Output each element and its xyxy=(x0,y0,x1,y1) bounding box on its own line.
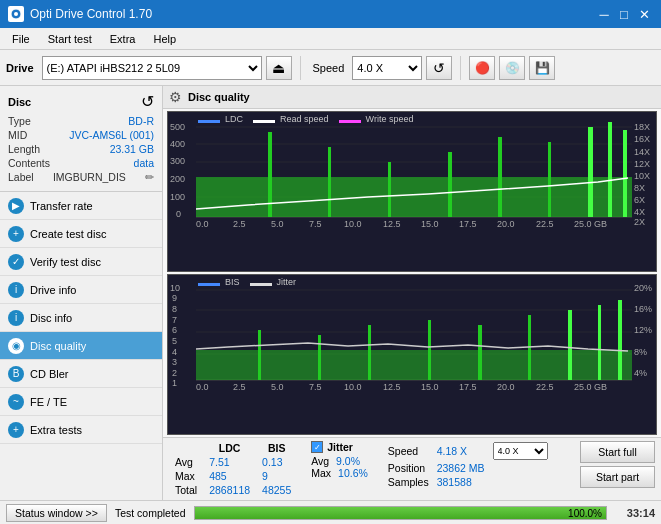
drive-label: Drive xyxy=(6,62,34,74)
drive-select[interactable]: (E:) ATAPI iHBS212 2 5L09 xyxy=(42,56,262,80)
disc-refresh-icon[interactable]: ↺ xyxy=(141,92,154,111)
read-speed-legend-label: Read speed xyxy=(280,114,329,124)
sidebar-item-verify-test-disc[interactable]: ✓ Verify test disc xyxy=(0,248,162,276)
jitter-legend-label: Jitter xyxy=(277,277,297,287)
disc-info-icon: i xyxy=(8,310,24,326)
svg-text:0.0: 0.0 xyxy=(196,382,209,392)
svg-rect-31 xyxy=(608,122,612,217)
menu-help[interactable]: Help xyxy=(145,31,184,47)
stats-avg-ldc: 7.51 xyxy=(203,455,256,469)
svg-text:4%: 4% xyxy=(634,368,647,378)
svg-text:8%: 8% xyxy=(634,347,647,357)
app-logo xyxy=(8,6,24,22)
speed-row: Speed 4.18 X 4.0 X xyxy=(384,441,552,461)
svg-rect-23 xyxy=(196,177,632,217)
write-speed-legend-label: Write speed xyxy=(366,114,414,124)
sidebar-item-disc-quality-label: Disc quality xyxy=(30,340,86,352)
sidebar-item-disc-info[interactable]: i Disc info xyxy=(0,304,162,332)
start-full-button[interactable]: Start full xyxy=(580,441,655,463)
stats-total-label: Total xyxy=(169,483,203,497)
disc-quality-title: Disc quality xyxy=(188,91,250,103)
jitter-max-row: Max 10.6% xyxy=(311,467,368,479)
disc-mid-value: JVC-AMS6L (001) xyxy=(69,129,154,141)
stats-max-ldc: 485 xyxy=(203,469,256,483)
sidebar-item-extra-tests-label: Extra tests xyxy=(30,424,82,436)
bottom-chart-svg: 10 9 8 7 6 5 4 3 2 1 20% 16% 12% 8% 4% xyxy=(168,275,656,434)
sidebar-item-cd-bler[interactable]: B CD Bler xyxy=(0,360,162,388)
disc-title: Disc xyxy=(8,96,31,108)
stats-max-row: Max 485 9 xyxy=(169,469,297,483)
svg-rect-64 xyxy=(196,350,632,380)
maximize-button[interactable]: □ xyxy=(615,5,633,23)
verify-test-disc-icon: ✓ xyxy=(8,254,24,270)
ldc-legend-color xyxy=(198,120,220,123)
time-display: 33:14 xyxy=(615,507,655,519)
top-chart: LDC Read speed Write speed 500 400 xyxy=(167,111,657,272)
close-button[interactable]: ✕ xyxy=(635,5,653,23)
svg-rect-27 xyxy=(448,152,452,217)
sidebar-item-fe-te[interactable]: ~ FE / TE xyxy=(0,388,162,416)
svg-text:7.5: 7.5 xyxy=(309,219,322,229)
samples-row: Samples 381588 xyxy=(384,475,552,489)
svg-text:2.5: 2.5 xyxy=(233,382,246,392)
write-speed-legend-color xyxy=(339,120,361,123)
sidebar-item-transfer-rate[interactable]: ▶ Transfer rate xyxy=(0,192,162,220)
start-part-button[interactable]: Start part xyxy=(580,466,655,488)
burn-button[interactable]: 💿 xyxy=(499,56,525,80)
col-bis: BIS xyxy=(256,441,297,455)
menu-start-test[interactable]: Start test xyxy=(40,31,100,47)
svg-text:12%: 12% xyxy=(634,325,652,335)
position-row: Position 23862 MB xyxy=(384,461,552,475)
jitter-max-value: 10.6% xyxy=(338,467,368,479)
progress-text: 100.0% xyxy=(568,507,602,520)
save-button[interactable]: 💾 xyxy=(529,56,555,80)
speed-target-select[interactable]: 4.0 X xyxy=(493,442,548,460)
sidebar-item-create-test-disc[interactable]: + Create test disc xyxy=(0,220,162,248)
status-window-button[interactable]: Status window >> xyxy=(6,504,107,522)
svg-text:12.5: 12.5 xyxy=(383,382,401,392)
read-speed-legend-color xyxy=(253,120,275,123)
speed-select[interactable]: 4.0 X xyxy=(352,56,422,80)
svg-text:5.0: 5.0 xyxy=(271,382,284,392)
menubar: File Start test Extra Help xyxy=(0,28,661,50)
menu-extra[interactable]: Extra xyxy=(102,31,144,47)
ldc-legend-label: LDC xyxy=(225,114,243,124)
sidebar-item-drive-info-label: Drive info xyxy=(30,284,76,296)
jitter-checkbox[interactable]: ✓ xyxy=(311,441,323,453)
titlebar: Opti Drive Control 1.70 ─ □ ✕ xyxy=(0,0,661,28)
svg-text:16%: 16% xyxy=(634,304,652,314)
sidebar-item-extra-tests[interactable]: + Extra tests xyxy=(0,416,162,444)
svg-text:7.5: 7.5 xyxy=(309,382,322,392)
settings-button[interactable]: 🔴 xyxy=(469,56,495,80)
svg-text:12.5: 12.5 xyxy=(383,219,401,229)
progress-bar xyxy=(195,507,606,519)
svg-text:4X: 4X xyxy=(634,207,645,217)
minimize-button[interactable]: ─ xyxy=(595,5,613,23)
disc-label-label: Label xyxy=(8,171,34,183)
progress-bar-container: 100.0% xyxy=(194,506,607,520)
col-ldc: LDC xyxy=(203,441,256,455)
svg-text:25.0 GB: 25.0 GB xyxy=(574,382,607,392)
disc-quality-gear-icon: ⚙ xyxy=(169,89,182,105)
sidebar-item-drive-info[interactable]: i Drive info xyxy=(0,276,162,304)
jitter-legend: Jitter xyxy=(250,277,297,287)
app-title: Opti Drive Control 1.70 xyxy=(30,7,152,21)
svg-text:20%: 20% xyxy=(634,283,652,293)
svg-text:3: 3 xyxy=(172,357,177,367)
sidebar-item-create-test-disc-label: Create test disc xyxy=(30,228,106,240)
svg-text:500: 500 xyxy=(170,122,185,132)
jitter-legend-color xyxy=(250,283,272,286)
refresh-button[interactable]: ↺ xyxy=(426,56,452,80)
svg-rect-25 xyxy=(328,147,331,217)
eject-button[interactable]: ⏏ xyxy=(266,56,292,80)
svg-text:22.5: 22.5 xyxy=(536,219,554,229)
svg-text:18X: 18X xyxy=(634,122,650,132)
sidebar-item-disc-quality[interactable]: ◉ Disc quality xyxy=(0,332,162,360)
svg-text:1: 1 xyxy=(172,378,177,388)
disc-quality-header: ⚙ Disc quality xyxy=(163,86,661,109)
jitter-avg-row: Avg 9.0% xyxy=(311,455,368,467)
svg-text:17.5: 17.5 xyxy=(459,219,477,229)
fe-te-icon: ~ xyxy=(8,394,24,410)
disc-label-edit-icon[interactable]: ✏ xyxy=(145,171,154,183)
menu-file[interactable]: File xyxy=(4,31,38,47)
